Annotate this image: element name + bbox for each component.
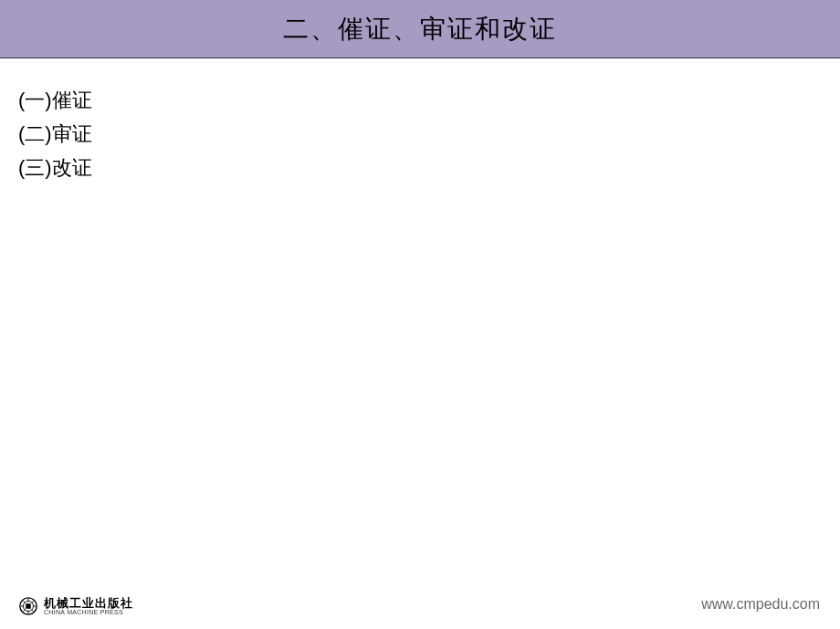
title-bar: 二、催证、审证和改证 — [0, 0, 840, 58]
publisher-name-en: CHINA MACHINE PRESS — [44, 609, 133, 615]
svg-rect-2 — [26, 603, 31, 609]
publisher-name-cn: 机械工业出版社 — [44, 597, 133, 609]
publisher-logo: 机械工业出版社 CHINA MACHINE PRESS — [18, 596, 133, 616]
list-item: (一)催证 — [18, 84, 822, 116]
content-area: (一)催证 (二)审证 (三)改证 — [0, 58, 840, 212]
footer: 机械工业出版社 CHINA MACHINE PRESS www.cmpedu.c… — [0, 583, 840, 629]
list-item: (二)审证 — [18, 118, 822, 150]
gear-press-icon — [18, 596, 38, 616]
website-url: www.cmpedu.com — [701, 596, 820, 613]
slide-title: 二、催证、审证和改证 — [283, 12, 557, 47]
list-item: (三)改证 — [18, 152, 822, 183]
publisher-text: 机械工业出版社 CHINA MACHINE PRESS — [44, 597, 133, 615]
